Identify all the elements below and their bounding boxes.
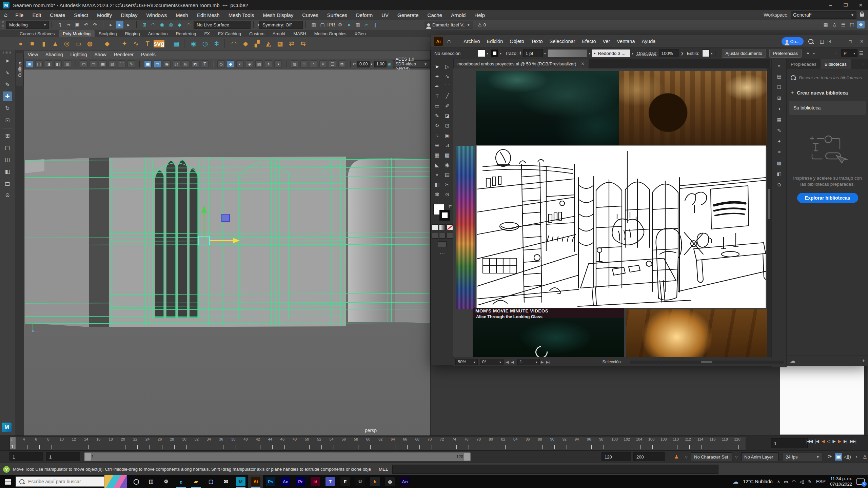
- your-library-item[interactable]: Su biblioteca: [789, 101, 866, 115]
- widgets-icon[interactable]: [104, 475, 127, 488]
- loop-icon[interactable]: ⟳: [826, 453, 833, 461]
- snap-point-icon[interactable]: ◉: [158, 21, 166, 28]
- axis-icon[interactable]: ◎: [173, 60, 180, 68]
- edge-icon[interactable]: e: [174, 475, 189, 488]
- user-account-chip[interactable]: Damariz Itzel V..▼: [425, 21, 473, 29]
- hypergraph-layout-icon[interactable]: ▤: [3, 178, 12, 188]
- cloud-sync-icon[interactable]: ☁: [790, 358, 795, 364]
- panel-list-icon[interactable]: ☰: [857, 49, 865, 57]
- step-fwd-frame-icon[interactable]: ▶|: [843, 438, 848, 445]
- mel-label[interactable]: MEL: [379, 467, 388, 472]
- viewport-scene[interactable]: persp: [24, 69, 430, 436]
- canvas-vertical-scrollbar[interactable]: [767, 68, 771, 357]
- exposure-field[interactable]: 0.00: [357, 61, 370, 67]
- workspace-selector[interactable]: General*▼: [791, 11, 856, 19]
- weather-text[interactable]: 12°C Nublado: [743, 479, 772, 484]
- gate-mask-icon[interactable]: ▦: [99, 60, 106, 68]
- quad-draw-icon[interactable]: ▞: [252, 39, 262, 49]
- ipr-render-icon[interactable]: IPR: [328, 21, 335, 28]
- ai-maximize-button[interactable]: □: [845, 37, 856, 46]
- obs-icon[interactable]: ◎: [382, 475, 397, 488]
- select-component-icon[interactable]: ▸: [125, 21, 132, 28]
- swap-fill-stroke-icon[interactable]: ⇄: [449, 204, 452, 208]
- anim-start-field[interactable]: 1: [9, 452, 43, 461]
- tab-bibliotecas[interactable]: Bibliotecas: [821, 59, 851, 69]
- style-swatch[interactable]: [702, 49, 710, 57]
- maya-close-button[interactable]: ✕: [853, 0, 868, 10]
- step-back-frame-icon[interactable]: |◀: [814, 438, 820, 445]
- artboard[interactable]: [476, 145, 766, 308]
- maya-icon[interactable]: M: [233, 475, 248, 488]
- poly-torus-icon[interactable]: ◎: [62, 39, 72, 49]
- comments-panel-icon[interactable]: ⊙: [775, 180, 784, 189]
- after-effects-icon[interactable]: Ae: [278, 475, 293, 488]
- character-controls-icon[interactable]: ♙: [831, 21, 838, 28]
- svg-tool-icon[interactable]: svg: [154, 39, 164, 49]
- document-tab[interactable]: moodboard ambos proyectos.ai @ 50 % (RGB…: [453, 59, 589, 68]
- start-button[interactable]: [0, 475, 16, 488]
- anim-prefs-clock-icon[interactable]: ◔: [852, 453, 860, 461]
- taskbar-search-input[interactable]: [27, 479, 93, 485]
- field-chart-icon[interactable]: ▧: [108, 60, 116, 68]
- stroke-color-swatch[interactable]: [439, 210, 450, 221]
- tab-close-icon[interactable]: ✕: [581, 61, 585, 66]
- set-key-clock-icon[interactable]: ◷: [200, 39, 210, 49]
- gradient-panel-icon[interactable]: ▩: [775, 159, 784, 167]
- four-view-layout-icon[interactable]: ⊞: [3, 131, 12, 140]
- language-indicator[interactable]: ESP: [816, 479, 826, 484]
- render-current-icon[interactable]: ●: [345, 21, 353, 28]
- properties-panel-icon[interactable]: ▤: [775, 72, 784, 81]
- isolate-select-icon[interactable]: ⌖: [319, 60, 327, 68]
- poly-cylinder-icon[interactable]: ▮: [39, 39, 49, 49]
- poly-helix-icon[interactable]: ∿: [131, 39, 141, 49]
- screen-mode-button[interactable]: [438, 241, 447, 247]
- indesign-icon[interactable]: Id: [308, 475, 323, 488]
- opacity-label[interactable]: Opacidad:: [637, 51, 658, 56]
- tab-propiedades[interactable]: Propiedades: [787, 59, 821, 69]
- move-tool-icon[interactable]: ✚: [3, 92, 12, 101]
- column-graph-tool-icon[interactable]: ▤: [442, 170, 452, 180]
- poly-disc-icon[interactable]: ◍: [85, 39, 95, 49]
- libraries-search[interactable]: Buscar en todas las bibliotecas: [791, 75, 864, 83]
- prev-artboard-icon[interactable]: ◀: [511, 360, 514, 364]
- photoshop-icon[interactable]: Ps: [263, 475, 278, 488]
- scale-tool-icon[interactable]: ⊡: [3, 115, 12, 125]
- isolate-icon[interactable]: ⌖: [804, 49, 812, 57]
- notification-center-icon[interactable]: 5: [856, 479, 865, 485]
- ai-arrange-docs-icon[interactable]: ◫: [818, 38, 826, 45]
- curve-warp-icon[interactable]: ◠: [229, 39, 239, 49]
- safe-action-icon[interactable]: ⌒: [118, 60, 125, 68]
- ai-workspace-icon[interactable]: ⊡: [826, 38, 833, 45]
- direct-selection-tool-icon[interactable]: ▷: [442, 62, 452, 72]
- lasso-select-tool-icon[interactable]: ∿: [3, 68, 12, 77]
- camera-aim-icon[interactable]: ◉: [189, 39, 199, 49]
- camera-attributes-icon[interactable]: ◨: [45, 60, 52, 68]
- fill-stroke-control[interactable]: ⇄: [433, 204, 452, 222]
- gradient-button[interactable]: [439, 224, 446, 230]
- modeling-toolkit-icon[interactable]: ▦: [822, 21, 829, 28]
- workspace-lock-icon[interactable]: [860, 14, 864, 17]
- xray-icon[interactable]: ▨: [255, 60, 263, 68]
- ai-share-button[interactable]: Co...: [782, 37, 804, 45]
- fill-swatch[interactable]: [478, 49, 485, 57]
- range-slider-bar[interactable]: 1 120: [84, 452, 471, 461]
- ai-close-button[interactable]: ✕: [856, 37, 868, 46]
- grid-display-icon[interactable]: ▦: [144, 60, 152, 68]
- add-library-item-icon[interactable]: +: [862, 358, 865, 364]
- tray-wifi-icon[interactable]: ◠: [792, 479, 795, 484]
- mail-icon[interactable]: ✉: [218, 475, 233, 488]
- blend-tool-icon[interactable]: ◉: [442, 160, 452, 170]
- tray-pen-icon[interactable]: ✎: [808, 479, 812, 484]
- render-view-icon[interactable]: ▥: [310, 21, 317, 28]
- warning-indicator[interactable]: ⚠ 0: [478, 22, 486, 27]
- step-fwd-key-icon[interactable]: ▶: [837, 438, 842, 445]
- resolution-gate-icon[interactable]: ▭: [90, 60, 97, 68]
- channel-box-icon[interactable]: ❖: [857, 21, 865, 28]
- snap-projected-center-icon[interactable]: ◎: [167, 21, 175, 28]
- snap-view-plane-icon[interactable]: ◆: [176, 21, 183, 28]
- stroke-swatch[interactable]: [491, 49, 498, 57]
- draw-normal-icon[interactable]: [432, 233, 438, 239]
- overlap-icon[interactable]: ❏: [329, 60, 336, 68]
- anim-end-field[interactable]: 200: [633, 452, 665, 461]
- symbol-sprayer-tool-icon[interactable]: ⌖: [432, 170, 442, 180]
